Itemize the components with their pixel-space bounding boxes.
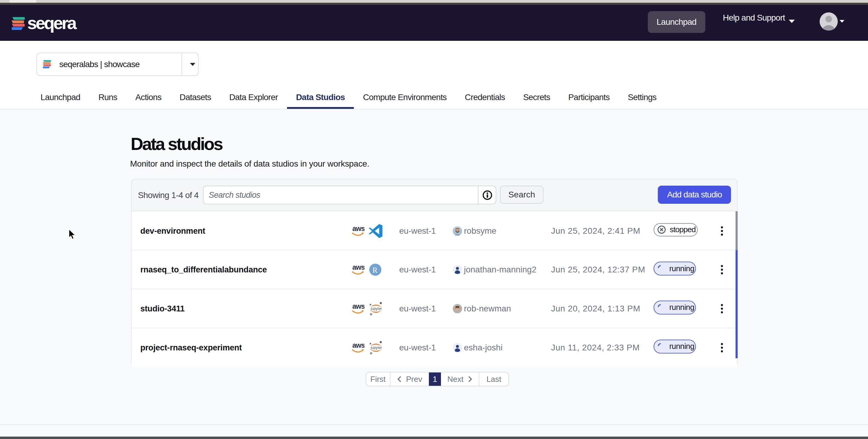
svg-text:aws: aws: [352, 342, 365, 349]
svg-text:aws: aws: [352, 225, 365, 232]
svg-text:jupyter: jupyter: [371, 307, 382, 311]
svg-text:aws: aws: [352, 264, 365, 271]
svg-text:aws: aws: [352, 303, 365, 310]
svg-text:R: R: [372, 266, 377, 274]
svg-text:jupyter: jupyter: [371, 346, 382, 350]
